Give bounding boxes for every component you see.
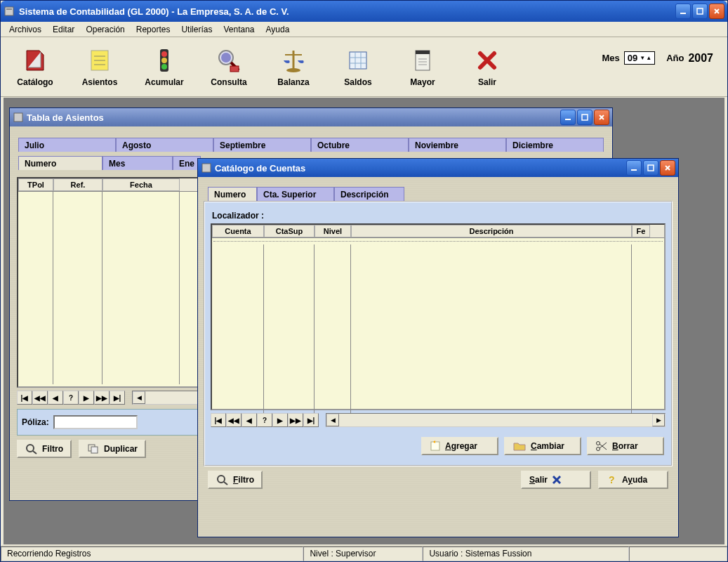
tab-cat-superior[interactable]: Cta. Superior xyxy=(257,187,334,201)
toolbar-saldos[interactable]: Saldos xyxy=(331,46,385,87)
nav-first[interactable]: |◀ xyxy=(17,391,32,405)
catalogo-window[interactable]: Catálogo de Cuentas Numero Cta. Superior… xyxy=(197,158,679,537)
cambiar-button[interactable]: Cambiar xyxy=(504,437,581,455)
tab-mes[interactable]: Mes xyxy=(102,156,173,170)
nav-next[interactable]: ▶ xyxy=(79,391,94,405)
toolbar-asientos[interactable]: Asientos xyxy=(72,46,127,87)
asientos-close-button[interactable] xyxy=(594,110,609,125)
poliza-label: Póliza: xyxy=(22,417,49,427)
hscroll-left-button[interactable]: ◀ xyxy=(133,391,145,404)
svg-rect-35 xyxy=(91,447,98,453)
cat-nav-first[interactable]: |◀ xyxy=(211,413,226,427)
nav-nextpage[interactable]: ▶▶ xyxy=(94,391,110,405)
salir-button[interactable]: Salir xyxy=(521,471,591,489)
asientos-icon xyxy=(13,112,24,123)
cat-hscroll-right-button[interactable]: ▶ xyxy=(652,414,665,426)
col-fe[interactable]: Fe xyxy=(632,225,650,237)
traffic-light-icon xyxy=(150,46,178,74)
book-icon xyxy=(21,46,49,74)
catalogo-maximize-button[interactable] xyxy=(643,160,658,176)
main-maximize-button[interactable] xyxy=(692,4,708,19)
toolbar-mayor[interactable]: Mayor xyxy=(395,46,450,87)
svg-point-10 xyxy=(161,58,167,63)
borrar-button[interactable]: Borrar xyxy=(587,437,664,455)
mes-down-button[interactable]: ▼ xyxy=(640,55,645,61)
tab-julio[interactable]: Julio xyxy=(18,138,116,152)
cat-nav-nextpage[interactable]: ▶▶ xyxy=(288,413,303,427)
asientos-minimize-button[interactable] xyxy=(560,110,576,125)
toolbar-balanza[interactable]: Balanza xyxy=(266,46,321,87)
tab-cat-descripcion[interactable]: Descripción xyxy=(334,187,404,201)
svg-point-18 xyxy=(286,68,300,72)
tab-septiembre[interactable]: Septiembre xyxy=(213,138,311,152)
cat-filtro-button[interactable]: Filtro xyxy=(208,471,263,489)
toolbar-acumular[interactable]: Acumular xyxy=(137,46,192,87)
svg-rect-2 xyxy=(680,13,686,14)
main-close-button[interactable] xyxy=(709,4,724,19)
svg-line-43 xyxy=(600,443,607,448)
svg-line-33 xyxy=(33,451,37,454)
catalogo-close-button[interactable] xyxy=(660,160,675,176)
menubar: Archivos Editar Operación Reportes Utile… xyxy=(1,22,727,37)
nav-prev[interactable]: ◀ xyxy=(48,391,63,405)
poliza-input[interactable] xyxy=(53,415,138,429)
svg-rect-19 xyxy=(350,52,366,69)
col-fecha[interactable]: Fecha xyxy=(102,178,180,191)
mes-up-button[interactable]: ▲ xyxy=(646,55,651,61)
folder-icon xyxy=(512,440,527,452)
tab-numero[interactable]: Numero xyxy=(18,156,102,170)
asientos-maximize-button[interactable] xyxy=(577,110,593,125)
nav-last[interactable]: ▶| xyxy=(110,391,125,405)
grid-icon xyxy=(344,46,372,74)
svg-rect-3 xyxy=(697,8,703,14)
col-nivel[interactable]: Nivel xyxy=(315,225,351,237)
filtro-button[interactable]: Filtro xyxy=(17,440,72,458)
cat-nav-query[interactable]: ? xyxy=(257,413,272,427)
nav-query[interactable]: ? xyxy=(63,391,79,405)
main-minimize-button[interactable] xyxy=(675,4,691,19)
cat-nav-prevpage[interactable]: ◀◀ xyxy=(226,413,241,427)
svg-line-45 xyxy=(224,482,227,485)
mes-label: Mes xyxy=(602,53,620,63)
tab-ene[interactable]: Ene xyxy=(173,156,201,170)
catalogo-icon xyxy=(201,162,212,174)
note-icon xyxy=(86,46,114,74)
tab-agosto[interactable]: Agosto xyxy=(116,138,213,152)
col-ref[interactable]: Ref. xyxy=(53,178,102,191)
col-tpol[interactable]: TPol xyxy=(18,178,53,191)
menu-archivos[interactable]: Archivos xyxy=(4,23,47,36)
col-descripcion[interactable]: Descripción xyxy=(351,225,632,237)
col-cuenta[interactable]: Cuenta xyxy=(212,225,264,237)
scale-icon xyxy=(279,46,307,74)
agregar-button[interactable]: Agregar xyxy=(421,437,498,455)
cat-nav-next[interactable]: ▶ xyxy=(272,413,288,427)
nav-prevpage[interactable]: ◀◀ xyxy=(32,391,48,405)
add-icon xyxy=(430,440,441,452)
tab-cat-numero[interactable]: Numero xyxy=(208,187,257,201)
menu-ventana[interactable]: Ventana xyxy=(218,23,260,36)
menu-ayuda[interactable]: Ayuda xyxy=(260,23,296,36)
toolbar-catalogo[interactable]: Catálogo xyxy=(8,46,62,87)
catalogo-titlebar: Catálogo de Cuentas xyxy=(198,159,678,177)
catalogo-table: Cuenta CtaSup Nivel Descripción Fe xyxy=(211,223,666,410)
duplicar-button[interactable]: Duplicar xyxy=(79,440,146,458)
catalogo-bottom-buttons: Filtro Salir ? Ayuda xyxy=(204,466,673,493)
menu-utilerias[interactable]: Utilerías xyxy=(176,23,218,36)
menu-reportes[interactable]: Reportes xyxy=(131,23,176,36)
catalogo-hscroll[interactable]: ◀ ▶ xyxy=(326,413,666,427)
tab-diciembre[interactable]: Diciembre xyxy=(506,138,604,152)
toolbar-salir[interactable]: Salir xyxy=(460,46,515,87)
col-ctasup[interactable]: CtaSup xyxy=(264,225,315,237)
ayuda-button[interactable]: ? Ayuda xyxy=(598,471,668,489)
tab-noviembre[interactable]: Noviembre xyxy=(409,138,506,152)
svg-point-32 xyxy=(27,445,34,452)
menu-operacion[interactable]: Operación xyxy=(80,23,130,36)
menu-editar[interactable]: Editar xyxy=(47,23,80,36)
main-toolbar: Catálogo Asientos Acumular Consulta Bala… xyxy=(1,37,727,97)
catalogo-minimize-button[interactable] xyxy=(626,160,642,176)
tab-octubre[interactable]: Octubre xyxy=(311,138,409,152)
toolbar-consulta[interactable]: Consulta xyxy=(201,46,256,87)
cat-nav-last[interactable]: ▶| xyxy=(303,413,319,427)
cat-nav-prev[interactable]: ◀ xyxy=(241,413,257,427)
cat-hscroll-left-button[interactable]: ◀ xyxy=(326,414,339,426)
